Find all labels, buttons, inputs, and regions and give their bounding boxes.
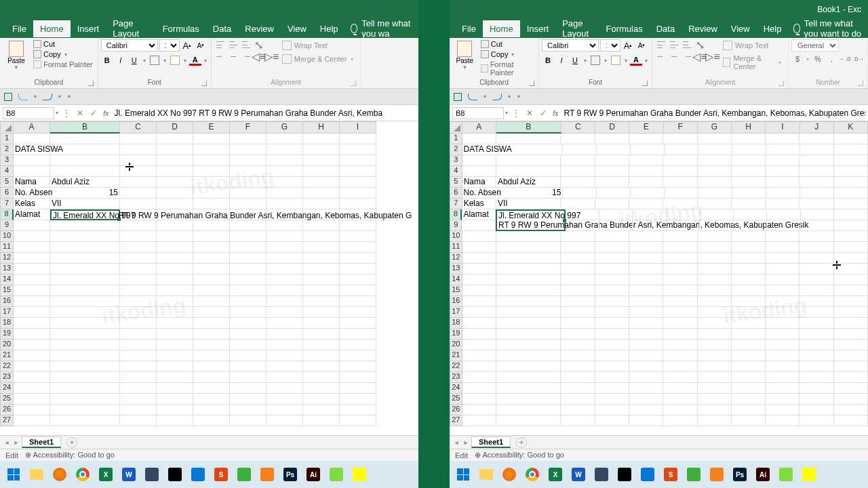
sheet-tab-sheet1[interactable]: Sheet1 xyxy=(471,436,511,448)
cell-I20[interactable] xyxy=(340,340,376,350)
accessibility-status[interactable]: ⊕ Accessibility: Good to go xyxy=(25,451,115,460)
grid-body-right[interactable]: 12DATA SISWA345NamaAbdul Aziz6No. Absen1… xyxy=(450,134,868,435)
cell-G2[interactable] xyxy=(698,144,732,155)
col-header-G[interactable]: G xyxy=(267,121,303,134)
row-header[interactable]: 19 xyxy=(0,329,14,340)
cell-B3[interactable] xyxy=(50,155,120,166)
cell-C19[interactable] xyxy=(120,329,157,340)
cell-E11[interactable] xyxy=(193,242,230,253)
cell-G12[interactable] xyxy=(267,253,303,264)
cell-I26[interactable] xyxy=(766,405,800,415)
row-header[interactable]: 25 xyxy=(0,394,14,405)
cell-C3[interactable] xyxy=(561,155,595,166)
row-header[interactable]: 9 xyxy=(0,220,14,231)
cell-D16[interactable] xyxy=(595,296,629,307)
cell-G8[interactable] xyxy=(700,209,734,220)
spreadsheet-grid[interactable]: A B C D E F G H I 12DATA SISWA345NamaAbd… xyxy=(0,121,418,435)
cell-B15[interactable] xyxy=(496,285,561,296)
col-header-B[interactable]: B xyxy=(50,121,120,134)
cell-B24[interactable] xyxy=(50,383,120,394)
cell-C25[interactable] xyxy=(561,394,595,405)
cell-J9[interactable] xyxy=(801,220,835,231)
cell-I24[interactable] xyxy=(766,383,800,394)
format-painter-button[interactable]: Format Painter xyxy=(31,60,95,69)
cell-D9[interactable] xyxy=(157,220,193,231)
cell-D11[interactable] xyxy=(595,242,629,253)
cell-C19[interactable] xyxy=(561,329,595,340)
cell-K8[interactable] xyxy=(834,209,868,220)
cell-I14[interactable] xyxy=(766,274,800,285)
cell-E14[interactable] xyxy=(193,274,230,285)
cell-B1[interactable] xyxy=(50,134,120,144)
cell-H4[interactable] xyxy=(732,166,766,177)
cell-B8[interactable]: Jl. Emerald XX No 997 RT 9 RW 9 Perumaha… xyxy=(50,209,120,220)
cell-G17[interactable] xyxy=(698,307,732,318)
cell-H10[interactable] xyxy=(303,231,340,242)
italic-button[interactable]: I xyxy=(555,54,568,66)
align-bot-button[interactable] xyxy=(240,39,252,50)
cell-I14[interactable] xyxy=(340,274,376,285)
cell-F2[interactable] xyxy=(230,144,267,155)
row-header[interactable]: 17 xyxy=(450,307,462,318)
cell-E8[interactable] xyxy=(633,209,667,220)
cell-E10[interactable] xyxy=(629,231,663,242)
cell-E17[interactable] xyxy=(193,307,230,318)
add-sheet-button[interactable]: + xyxy=(516,437,527,448)
cell-C7[interactable] xyxy=(561,199,595,209)
cell-F10[interactable] xyxy=(663,231,697,242)
cell-F27[interactable] xyxy=(230,415,267,426)
cell-C2[interactable] xyxy=(563,144,597,155)
cell-I1[interactable] xyxy=(340,134,376,144)
cell-C23[interactable] xyxy=(120,372,157,383)
cell-G5[interactable] xyxy=(267,177,303,188)
cell-E5[interactable] xyxy=(629,177,663,188)
cell-F6[interactable] xyxy=(665,188,698,199)
cell-D12[interactable] xyxy=(157,253,193,264)
cell-D6[interactable] xyxy=(157,188,193,199)
cell-E22[interactable] xyxy=(629,361,663,372)
cell-C7[interactable] xyxy=(120,199,157,209)
row-header[interactable]: 1 xyxy=(450,134,462,144)
cell-E3[interactable] xyxy=(193,155,230,166)
cell-J24[interactable] xyxy=(800,383,833,394)
cell-A16[interactable] xyxy=(462,296,496,307)
cell-F19[interactable] xyxy=(230,329,267,340)
cell-D25[interactable] xyxy=(157,394,193,405)
cell-D15[interactable] xyxy=(157,285,193,296)
cell-J26[interactable] xyxy=(800,405,833,415)
cell-C20[interactable] xyxy=(120,340,157,350)
cell-I21[interactable] xyxy=(340,350,376,361)
save-button[interactable] xyxy=(452,92,463,102)
cell-I6[interactable] xyxy=(340,188,376,199)
cell-A15[interactable] xyxy=(14,285,50,296)
cell-I19[interactable] xyxy=(766,329,800,340)
cell-I23[interactable] xyxy=(340,372,376,383)
row-header[interactable]: 7 xyxy=(0,199,14,209)
cell-B9[interactable]: RT 9 RW 9 Perumahan Graha Bunder Asri, K… xyxy=(496,220,566,231)
font-name-select[interactable]: Calibri xyxy=(542,39,599,52)
cell-I26[interactable] xyxy=(340,405,376,415)
taskbar-app-8[interactable] xyxy=(638,465,657,484)
cell-D16[interactable] xyxy=(157,296,193,307)
cell-E7[interactable] xyxy=(629,199,663,209)
menu-file[interactable]: File xyxy=(5,20,33,37)
cell-J17[interactable] xyxy=(800,307,833,318)
cell-C11[interactable] xyxy=(120,242,157,253)
fx-icon[interactable]: fx xyxy=(103,109,109,117)
taskbar-app-5[interactable]: W xyxy=(569,465,588,484)
menu-review[interactable]: Review xyxy=(238,20,281,37)
cell-J1[interactable] xyxy=(800,134,833,144)
cell-H16[interactable] xyxy=(732,296,766,307)
row-header[interactable]: 25 xyxy=(450,394,462,405)
cell-E25[interactable] xyxy=(193,394,230,405)
cell-C17[interactable] xyxy=(561,307,595,318)
cell-I5[interactable] xyxy=(340,177,376,188)
row-header[interactable]: 13 xyxy=(0,264,14,274)
cell-D24[interactable] xyxy=(595,383,629,394)
cell-H2[interactable] xyxy=(303,144,340,155)
col-header-F[interactable]: F xyxy=(664,121,698,134)
dec-indent-button[interactable]: ◁≡ xyxy=(694,51,706,62)
cell-G26[interactable] xyxy=(267,405,303,415)
taskbar-app-9[interactable]: S xyxy=(212,465,231,484)
cell-J21[interactable] xyxy=(800,350,833,361)
